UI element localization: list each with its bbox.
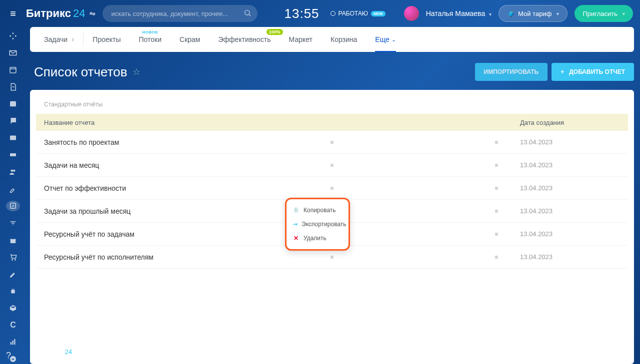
pencil-icon[interactable] xyxy=(6,269,20,279)
drag-icon[interactable] xyxy=(330,141,334,144)
copy-icon: ⎘ xyxy=(292,207,300,214)
avatar[interactable] xyxy=(404,6,419,21)
svg-point-3 xyxy=(12,32,14,34)
chevron-down-icon: ▾ xyxy=(122,349,124,355)
drag-icon[interactable] xyxy=(330,256,334,259)
tab-more[interactable]: Еще ⌄ xyxy=(366,27,405,52)
work-status[interactable]: РАБОТАЮ NEW xyxy=(330,10,386,17)
user-name[interactable]: Наталья Мамаева ▾ xyxy=(426,9,492,17)
drag-icon[interactable] xyxy=(330,187,334,190)
invite-button[interactable]: Пригласить ▾ xyxy=(574,5,633,22)
chat-icon[interactable] xyxy=(6,116,20,126)
footer: Битрикс24 © Русский ▾ © «Битрикс», 2024 … xyxy=(26,339,640,364)
layout: С Задачи Проекты НОВОЕ Потоки Скрам Эффе… xyxy=(0,27,640,364)
table-row[interactable]: Задачи на месяц 13.04.2023 xyxy=(36,154,628,177)
people-icon[interactable] xyxy=(6,167,20,177)
search-icon[interactable] xyxy=(244,9,252,19)
svg-point-2 xyxy=(10,35,11,36)
context-menu: ⎘ Копировать ⇥ Экспортировать ✕ Удалить xyxy=(285,198,350,251)
svg-point-5 xyxy=(12,38,14,39)
android-icon[interactable] xyxy=(6,286,20,296)
svg-rect-23 xyxy=(10,342,12,345)
copyright-icon: © xyxy=(74,349,78,355)
svg-rect-24 xyxy=(12,341,14,345)
ctx-export[interactable]: ⇥ Экспортировать xyxy=(286,217,348,231)
table-row[interactable]: Занятость по проектам 13.04.2023 xyxy=(36,131,628,154)
export-icon: ⇥ xyxy=(292,221,298,228)
document-icon[interactable] xyxy=(6,82,20,92)
drag-icon[interactable] xyxy=(495,187,498,190)
logo[interactable]: Битрикс 24 ⇋ xyxy=(26,7,96,20)
tab-trash[interactable]: Корзина xyxy=(322,27,366,52)
page-actions: ИМПОРТИРОВАТЬ + ДОБАВИТЬ ОТЧЕТ xyxy=(475,63,634,81)
tab-scrum[interactable]: Скрам xyxy=(170,27,209,52)
mail-icon[interactable] xyxy=(6,48,20,58)
svg-point-4 xyxy=(15,35,16,36)
calendar-icon[interactable] xyxy=(6,65,20,75)
separator: | xyxy=(200,348,202,356)
svg-rect-25 xyxy=(14,339,15,345)
hamburger-icon[interactable]: ≡ xyxy=(7,8,19,19)
chevron-down-icon: ▾ xyxy=(622,11,625,16)
chevron-down-icon: ▾ xyxy=(489,11,492,17)
table-row[interactable]: Отчет по эффективности 13.04.2023 xyxy=(36,177,628,200)
help-icon[interactable]: ? xyxy=(6,351,11,361)
footer-logo[interactable]: Битрикс24 © xyxy=(33,345,83,359)
col-date: Дата создания xyxy=(520,119,620,126)
loading-icon[interactable] xyxy=(6,31,20,41)
drag-icon[interactable] xyxy=(330,164,334,167)
svg-point-18 xyxy=(12,260,13,261)
table-head: Название отчета Дата создания xyxy=(36,114,628,131)
drag-icon[interactable] xyxy=(495,256,498,259)
new-badge: НОВОЕ xyxy=(142,30,158,34)
topbar: ≡ Битрикс 24 ⇋ 13:55 РАБОТАЮ NEW Наталья… xyxy=(0,0,640,27)
separator: | xyxy=(277,348,278,356)
ctx-delete[interactable]: ✕ Удалить xyxy=(286,231,348,245)
filter-icon[interactable] xyxy=(6,218,20,228)
separator: | xyxy=(309,348,310,356)
link-implement[interactable]: Заказать внедрение xyxy=(208,348,270,356)
tab-projects[interactable]: Проекты xyxy=(84,27,130,52)
search-wrap xyxy=(102,5,258,22)
contact-icon[interactable] xyxy=(6,99,20,109)
copyright-text: © «Битрикс», 2024 xyxy=(137,348,193,356)
svg-point-22 xyxy=(14,289,14,290)
link-print[interactable]: Печать xyxy=(318,348,339,356)
tariff-button[interactable]: 🧳 Мой тариф ▾ xyxy=(498,5,568,22)
logo-number: 24 xyxy=(73,7,85,20)
star-icon[interactable]: ☆ xyxy=(132,66,140,77)
svg-line-1 xyxy=(249,14,250,16)
drag-icon[interactable] xyxy=(495,233,498,236)
search-input[interactable] xyxy=(102,5,258,22)
letter-c-icon[interactable]: С xyxy=(6,320,20,330)
chart-icon[interactable] xyxy=(6,337,20,347)
tab-market[interactable]: Маркет xyxy=(280,27,322,52)
sign-icon[interactable] xyxy=(6,184,20,194)
store-icon[interactable] xyxy=(6,235,20,245)
record-icon xyxy=(330,11,336,16)
col-name: Название отчета xyxy=(44,119,520,126)
tab-flows[interactable]: НОВОЕ Потоки xyxy=(130,27,171,52)
drag-icon[interactable] xyxy=(495,164,498,167)
tasks-icon[interactable] xyxy=(6,201,20,212)
ctx-copy[interactable]: ⎘ Копировать xyxy=(286,203,348,217)
add-report-button[interactable]: + ДОБАВИТЬ ОТЧЕТ xyxy=(552,63,634,81)
box-icon[interactable] xyxy=(6,303,20,313)
svg-point-0 xyxy=(244,10,249,15)
drag-icon[interactable] xyxy=(495,210,498,213)
cart-icon[interactable] xyxy=(6,252,20,262)
link-themes[interactable]: Темы xyxy=(286,348,302,356)
drag-icon[interactable] xyxy=(495,141,498,144)
language-selector[interactable]: Русский ▾ xyxy=(90,345,130,359)
tab-tasks[interactable]: Задачи xyxy=(35,27,83,52)
chevron-down-icon: ▾ xyxy=(556,11,559,16)
drive-icon[interactable] xyxy=(6,150,20,160)
new-badge: NEW xyxy=(371,11,386,16)
svg-point-19 xyxy=(15,260,16,261)
sidebar: С xyxy=(0,27,26,364)
sync-icon: ⇋ xyxy=(90,9,96,17)
import-button[interactable]: ИМПОРТИРОВАТЬ xyxy=(475,63,548,81)
tab-efficiency[interactable]: Эффективность 100% xyxy=(210,27,280,52)
news-icon[interactable] xyxy=(6,133,20,143)
menu-tabs: Задачи Проекты НОВОЕ Потоки Скрам Эффект… xyxy=(30,27,634,52)
